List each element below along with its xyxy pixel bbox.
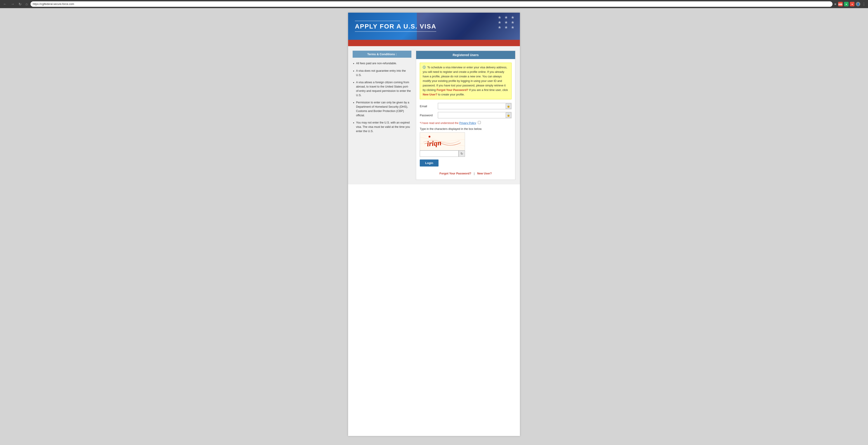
- privacy-row: *I have read and understood the Privacy …: [420, 121, 512, 125]
- new-user-suffix: to create your profile.: [438, 93, 465, 96]
- email-icon[interactable]: 🔒: [506, 103, 511, 109]
- terms-item-2: A visa does not guarantee entry into the…: [352, 68, 411, 78]
- address-bar[interactable]: https://cgifederal.secure.force.com: [31, 1, 833, 7]
- home-button[interactable]: ⌂: [24, 1, 29, 7]
- header-banner: APPLY FOR A U.S. VISA ★ ★ ★★ ★ ★★ ★ ★: [348, 13, 520, 40]
- password-label: Password: [420, 114, 438, 117]
- main-container: APPLY FOR A U.S. VISA ★ ★ ★★ ★ ★★ ★ ★ Te…: [348, 13, 520, 436]
- footer-new-user-link[interactable]: New User?: [477, 172, 492, 175]
- captcha-image: iriqn: [420, 132, 465, 150]
- privacy-checkbox[interactable]: [478, 121, 481, 124]
- menu-button[interactable]: ⋮: [862, 2, 866, 6]
- login-body: ⓘ To schedule a visa interview or enter …: [416, 59, 515, 180]
- new-user-text: If you are a first time user, click: [469, 88, 508, 92]
- header-title-line-bottom: [355, 31, 436, 32]
- captcha-refresh-button[interactable]: ↻: [459, 150, 465, 157]
- email-input[interactable]: [438, 103, 512, 109]
- info-text: To schedule a visa interview or enter yo…: [423, 66, 507, 92]
- svg-text:iriqn: iriqn: [427, 139, 442, 148]
- header-stars-decoration: ★ ★ ★★ ★ ★★ ★ ★: [498, 15, 515, 30]
- back-button[interactable]: ←: [2, 1, 8, 7]
- forgot-password-link-inline[interactable]: Forgot Your Password?: [436, 88, 468, 92]
- email-row: Email 🔒: [420, 103, 512, 109]
- extension-icon-3[interactable]: ●: [850, 2, 855, 6]
- login-header: Registered Users: [416, 51, 515, 59]
- red-bar: [348, 40, 520, 46]
- terms-header: Terms & Conditions :: [352, 51, 411, 58]
- info-icon: ⓘ: [423, 66, 426, 69]
- password-icon[interactable]: 🔒: [506, 113, 511, 118]
- user-avatar[interactable]: 👤: [856, 2, 860, 6]
- email-input-wrapper: 🔒: [438, 103, 512, 109]
- info-box: ⓘ To schedule a visa interview or enter …: [420, 63, 512, 99]
- terms-item-4: Permission to enter can only be given by…: [352, 99, 411, 118]
- captcha-input[interactable]: [420, 150, 459, 157]
- bookmark-icon[interactable]: ★: [834, 2, 837, 6]
- password-input-wrapper: 🔒: [438, 112, 512, 118]
- privacy-policy-link[interactable]: Privacy Policy: [459, 121, 476, 125]
- extension-icon-2[interactable]: ●: [844, 2, 848, 6]
- terms-list: All fees paid are non-refundable. A visa…: [352, 60, 411, 135]
- terms-item-1: All fees paid are non-refundable.: [352, 60, 411, 66]
- terms-item-3: A visa allows a foreign citizen coming f…: [352, 80, 411, 98]
- new-user-link-inline[interactable]: New User?: [423, 93, 437, 96]
- forward-button[interactable]: →: [9, 1, 16, 7]
- content-area: Terms & Conditions : All fees paid are n…: [348, 46, 520, 184]
- url-text: https://cgifederal.secure.force.com: [33, 2, 74, 6]
- login-button-wrapper: Login: [420, 157, 512, 170]
- footer-separator: |: [474, 172, 474, 175]
- privacy-text: *I have read and understood the: [420, 121, 458, 125]
- footer-links: Forgot Your Password? | New User?: [420, 170, 512, 176]
- reload-button[interactable]: ↻: [17, 1, 23, 7]
- captcha-input-row: ↻: [420, 150, 465, 157]
- page-wrapper: APPLY FOR A U.S. VISA ★ ★ ★★ ★ ★★ ★ ★ Te…: [0, 8, 868, 445]
- login-button[interactable]: Login: [420, 159, 438, 167]
- password-input[interactable]: [438, 112, 512, 118]
- header-title: APPLY FOR A U.S. VISA: [355, 23, 436, 30]
- terms-panel: Terms & Conditions : All fees paid are n…: [352, 51, 411, 180]
- login-panel: Registered Users ⓘ To schedule a visa in…: [416, 51, 515, 180]
- terms-item-5: You may not enter the U.S. with an expir…: [352, 120, 411, 134]
- svg-point-4: [429, 136, 430, 138]
- browser-chrome: ← → ↻ ⌂ https://cgifederal.secure.force.…: [0, 0, 868, 8]
- footer-forgot-password-link[interactable]: Forgot Your Password?: [439, 172, 471, 175]
- captcha-label: Type in the characters displayed in the …: [420, 127, 512, 130]
- extension-icon-1[interactable]: ▮▮▮: [838, 2, 843, 6]
- email-label: Email: [420, 105, 438, 108]
- password-row: Password 🔒: [420, 112, 512, 118]
